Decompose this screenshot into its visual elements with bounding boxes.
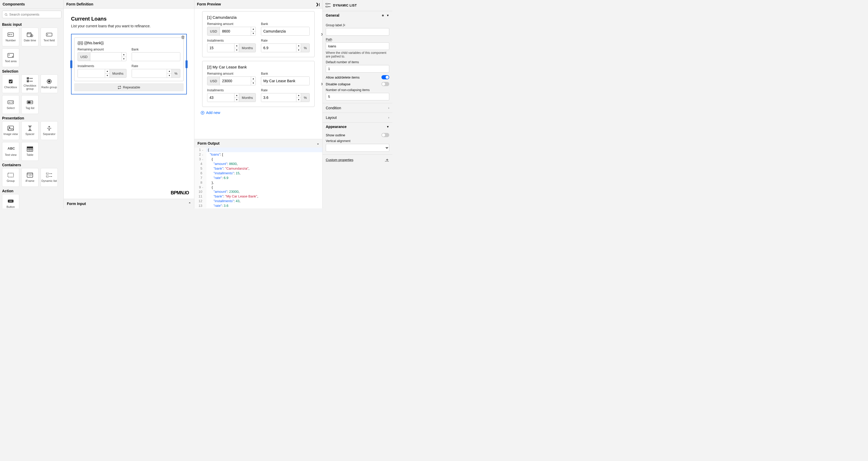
installments-input[interactable]: ▲▼ Months [78, 69, 126, 78]
form-definition-header: Form Definition [64, 0, 194, 8]
category-containers: Containers [2, 161, 61, 168]
component-select[interactable]: Select [2, 95, 19, 114]
component-date-time[interactable]: Date time [21, 28, 38, 46]
svg-rect-28 [28, 101, 30, 103]
remove-loan-button[interactable]: ✕ [321, 32, 322, 37]
rate-input[interactable]: ▲▼% [261, 93, 310, 102]
plus-icon[interactable]: ＋ [385, 157, 389, 163]
bank-input[interactable] [261, 76, 310, 85]
group-label-input[interactable] [326, 28, 389, 36]
condition-section[interactable]: Condition› [323, 103, 392, 113]
button-icon [7, 198, 14, 204]
repeatable-indicator: Repeatable [74, 83, 184, 91]
chevron-down-icon[interactable]: ▼ [386, 14, 389, 17]
bank-input[interactable] [132, 52, 181, 61]
form-subtitle: List your current loans that you want to… [71, 24, 187, 28]
disable-collapse-label: Disable collapse [326, 82, 350, 86]
amount-input[interactable]: USD▲▼ [207, 76, 256, 85]
custom-properties-section[interactable]: Custom properties ＋ [323, 154, 392, 165]
component-group[interactable]: Group [2, 168, 19, 187]
rate-input[interactable]: ▲▼ % [132, 69, 181, 78]
component-checkbox[interactable]: Checkbox [2, 74, 19, 93]
chevron-right-icon: › [388, 116, 389, 119]
loan-card: ✕ [2] My Car Lease Bank Remaining amount… [202, 61, 315, 107]
fx-icon[interactable]: fx [343, 23, 345, 27]
add-new-button[interactable]: Add new [200, 111, 315, 115]
installments-input[interactable]: ▲▼Months [207, 93, 256, 102]
search-components[interactable] [2, 11, 61, 18]
resize-handle-left[interactable] [70, 60, 72, 68]
path-hint: Where the child variables of this compon… [326, 51, 389, 58]
text-view-icon: ABC [7, 147, 14, 152]
svg-point-24 [49, 81, 50, 83]
appearance-section-header[interactable]: Appearance ▼ [323, 122, 392, 131]
group-label-label: Group label fx [326, 23, 389, 27]
bank-input[interactable] [261, 27, 310, 36]
form-input-panel-header[interactable]: Form Input ⌃ [64, 199, 194, 208]
search-input[interactable] [9, 12, 59, 17]
svg-line-11 [32, 36, 32, 36]
remove-loan-button[interactable]: ✕ [321, 82, 322, 86]
category-selection: Selection [2, 67, 61, 74]
chevron-up-icon[interactable]: ▲ [122, 53, 126, 57]
resize-handle-right[interactable] [186, 60, 188, 68]
svg-point-3 [9, 34, 10, 35]
svg-point-0 [5, 13, 7, 15]
path-input[interactable] [326, 42, 389, 50]
installments-stepper[interactable]: ▲▼ [105, 69, 110, 78]
search-icon [4, 13, 8, 17]
rate-stepper[interactable]: ▲▼ [167, 69, 172, 78]
rate-label: Rate [132, 64, 181, 68]
svg-line-1 [7, 15, 7, 16]
expand-icon[interactable]: ⌃ [188, 202, 191, 206]
allow-add-toggle[interactable] [381, 75, 389, 79]
noncollapse-input[interactable] [326, 93, 389, 100]
component-checkbox-group[interactable]: Checkbox group [21, 74, 38, 93]
form-output-header[interactable]: Form Output ⌄ [194, 139, 322, 148]
checkbox-icon [7, 79, 14, 84]
component-text-area[interactable]: Text area [2, 49, 19, 67]
component-image-view[interactable]: Image view [2, 121, 19, 140]
installments-input[interactable]: ▲▼Months [207, 43, 256, 52]
currency-prefix: USD [78, 53, 90, 61]
delete-component-button[interactable] [181, 35, 185, 40]
default-items-input[interactable] [326, 65, 389, 72]
chevron-down-icon[interactable]: ▼ [386, 125, 389, 128]
valign-select[interactable] [326, 144, 389, 152]
component-number[interactable]: Number [2, 28, 19, 46]
amount-input[interactable]: USD▲▼ [207, 27, 256, 36]
component-tag-list[interactable]: Tag list [21, 95, 38, 114]
svg-rect-18 [8, 79, 13, 84]
component-text-field[interactable]: Text field [40, 28, 58, 46]
form-output-code[interactable]: 1⌄{2⌄ "loans": [3⌄ {4 "amount": 8600,5 "… [194, 148, 322, 208]
component-radio-group[interactable]: Radio group [40, 74, 58, 93]
amount-stepper[interactable]: ▲▼ [122, 53, 126, 61]
amount-input[interactable]: USD ▲▼ [78, 52, 126, 61]
component-button[interactable]: Button [2, 194, 19, 208]
component-separator[interactable]: Separator [40, 121, 58, 140]
show-outline-toggle[interactable] [381, 133, 389, 137]
general-section-header[interactable]: General ▼ [323, 11, 392, 20]
collapse-output-icon[interactable]: ⌄ [317, 142, 319, 145]
component-table[interactable]: Table [21, 142, 38, 161]
component-text-view[interactable]: ABCText view [2, 142, 19, 161]
svg-line-17 [13, 57, 13, 57]
layout-section[interactable]: Layout› [323, 113, 392, 122]
item-header-template: {{i}} {{this.bank}} [78, 41, 180, 45]
svg-rect-42 [8, 173, 13, 177]
category-presentation: Presentation [2, 114, 61, 121]
component-iframe[interactable]: </>iFrame [21, 168, 38, 187]
svg-rect-12 [46, 33, 52, 36]
chevron-down-icon[interactable]: ▼ [122, 57, 126, 61]
component-dynamic-list[interactable]: Dynamic list [40, 168, 58, 187]
svg-rect-47 [46, 176, 49, 177]
rate-input[interactable]: ▲▼% [261, 43, 310, 52]
component-spacer[interactable]: Spacer [21, 121, 38, 140]
category-basic-input: Basic input [2, 20, 61, 28]
collapse-preview-icon[interactable]: ❯| [316, 2, 320, 6]
dynamic-list-selected[interactable]: {{i}} {{this.bank}} Remaining amount USD… [71, 34, 187, 94]
repeat-icon [118, 86, 121, 89]
disable-collapse-toggle[interactable] [381, 82, 389, 86]
svg-rect-58 [326, 6, 328, 7]
form-title: Current Loans [71, 16, 187, 22]
